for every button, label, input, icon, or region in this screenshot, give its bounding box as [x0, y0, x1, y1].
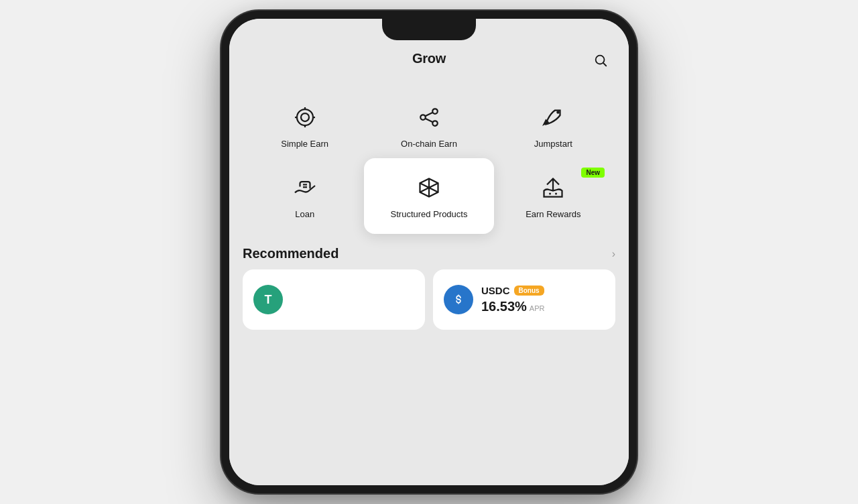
onchain-earn-label: On-chain Earn — [401, 139, 457, 149]
search-icon — [593, 53, 608, 68]
new-badge: New — [581, 168, 605, 178]
recommended-arrow[interactable]: › — [612, 248, 615, 260]
earn-rewards-icon — [538, 173, 568, 202]
search-button[interactable] — [591, 51, 610, 70]
svg-point-20 — [555, 193, 557, 195]
screen-content: Grow — [229, 19, 629, 485]
menu-item-loan[interactable]: Loan — [243, 161, 367, 231]
usdc-apy-value: 16.53% — [481, 299, 527, 314]
loan-label: Loan — [295, 209, 314, 219]
usdc-apy-label: APR — [530, 304, 545, 312]
svg-point-8 — [420, 115, 426, 120]
phone-wrapper: Grow — [221, 11, 637, 493]
usdc-token-name-row: USDC Bonus — [481, 285, 605, 296]
menu-item-onchain-earn[interactable]: On-chain Earn — [367, 90, 491, 161]
page-title: Grow — [412, 51, 446, 66]
phone-notch — [382, 19, 476, 40]
earn-card-usdc[interactable]: USDC Bonus 16.53% APR — [433, 269, 615, 330]
phone-screen: Grow — [229, 19, 629, 485]
usdc-bonus-badge: Bonus — [514, 286, 544, 296]
menu-item-earn-rewards[interactable]: New Earn Rewards — [491, 161, 615, 231]
usdc-token-label: USDC — [481, 285, 510, 296]
earn-rewards-label: Earn Rewards — [526, 209, 580, 219]
svg-line-12 — [425, 119, 432, 122]
menu-item-simple-earn[interactable]: Simple Earn — [243, 90, 367, 161]
usdc-token-circle — [444, 285, 473, 314]
simple-earn-label: Simple Earn — [281, 139, 328, 149]
usdt-token-letter: T — [265, 293, 272, 307]
menu-grid: Simple Earn O — [229, 77, 629, 238]
svg-line-11 — [425, 113, 432, 116]
svg-point-0 — [596, 56, 605, 64]
usdc-card-info: USDC Bonus 16.53% APR — [481, 285, 605, 314]
recommended-title: Recommended — [243, 246, 339, 261]
recommended-cards-row: T — [243, 269, 615, 330]
svg-point-13 — [557, 111, 560, 114]
svg-point-19 — [549, 193, 551, 195]
svg-point-3 — [301, 113, 309, 121]
jumpstart-label: Jumpstart — [534, 139, 572, 149]
usdc-icon — [450, 291, 467, 308]
structured-products-label: Structured Products — [391, 209, 468, 219]
jumpstart-icon — [538, 103, 568, 132]
recommended-section: Recommended › T — [229, 238, 629, 335]
recommended-header: Recommended › — [243, 246, 615, 261]
menu-item-jumpstart[interactable]: Jumpstart — [491, 90, 615, 161]
simple-earn-icon — [290, 103, 320, 132]
svg-point-9 — [432, 109, 438, 114]
svg-line-1 — [603, 63, 606, 66]
structured-products-icon — [414, 173, 444, 202]
loan-icon — [290, 173, 320, 202]
menu-item-structured-products[interactable]: Structured Products — [364, 158, 493, 234]
svg-point-2 — [297, 109, 313, 125]
earn-card-usdt[interactable]: T — [243, 269, 425, 330]
svg-point-10 — [432, 121, 438, 126]
phone-frame: Grow — [221, 11, 637, 493]
onchain-earn-icon — [414, 103, 444, 132]
usdt-token-circle: T — [253, 285, 283, 314]
